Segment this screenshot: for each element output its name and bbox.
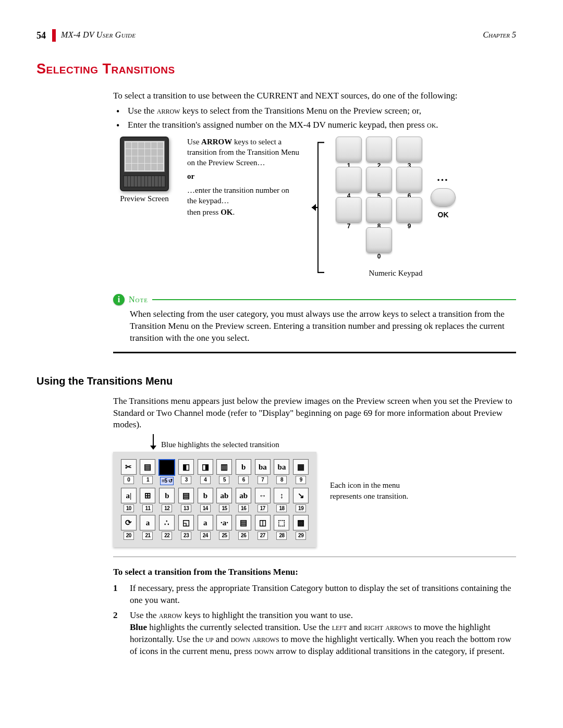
transition-icon: b <box>198 488 213 503</box>
transition-cell: ◱23 <box>178 515 194 540</box>
transition-number: 29 <box>296 532 306 540</box>
transition-icon: ◫ <box>255 515 271 530</box>
instruction-steps: 1 If necessary, press the appropriate Tr… <box>113 583 516 658</box>
transition-number: 6 <box>238 476 249 484</box>
transition-number: 3 <box>181 476 191 484</box>
transition-icon: ba <box>274 459 289 475</box>
transition-icon: ◨ <box>198 459 213 475</box>
transitions-menu-panel: ✂0▤1≡5 ↺◧3◨4▥5b6ba7ba8▦9a|10⊞11b12▤13b14… <box>113 452 316 547</box>
keypad-block: 1 2 3 4 5 6 7 8 9 0 … OK <box>336 137 456 278</box>
transition-icon <box>158 459 175 476</box>
page-number: 54 <box>36 29 52 42</box>
transition-number: 7 <box>258 476 268 484</box>
transition-icon: ▤ <box>140 459 155 475</box>
transition-icon: ▤ <box>236 515 251 530</box>
transition-number: 15 <box>219 504 229 513</box>
down-arrow-icon <box>150 434 157 450</box>
monitor-icon <box>120 137 169 191</box>
ok-key-label: OK <box>438 210 449 220</box>
transition-cell: ∴22 <box>158 515 175 540</box>
transition-cell: ▥5 <box>216 459 233 485</box>
transition-number: 12 <box>162 504 172 513</box>
doc-title: MX-4 DV User Guide <box>61 29 136 42</box>
transition-number: 22 <box>162 532 172 540</box>
header-red-bar <box>52 29 56 42</box>
key-9: 9 <box>396 197 422 223</box>
transition-number: 21 <box>142 532 153 540</box>
transition-icon: ◧ <box>178 459 194 475</box>
transition-cell: ab15 <box>216 488 233 513</box>
intro-bullets: Use the arrow keys to select from the Tr… <box>113 105 516 131</box>
transition-number: 14 <box>200 504 211 513</box>
transition-number: 25 <box>219 532 229 540</box>
key-0: 0 <box>366 227 392 253</box>
transition-icon: a| <box>121 488 137 503</box>
transition-number: 23 <box>181 532 191 540</box>
arrow-keys-text: arrow <box>157 106 180 116</box>
transition-cell: ▤13 <box>178 488 194 513</box>
transition-icon: ▩ <box>293 515 309 530</box>
transition-cell: ⊞11 <box>140 488 156 513</box>
transition-cell: a24 <box>197 515 214 540</box>
transition-cell: ▤26 <box>235 515 252 540</box>
transition-cell: ◫27 <box>254 515 271 540</box>
transition-cell: ▤1 <box>140 459 156 485</box>
transition-cell: a21 <box>140 515 156 540</box>
transition-cell: ba8 <box>274 459 290 485</box>
transition-icon: ⬚ <box>274 515 289 530</box>
transition-number: 4 <box>200 476 211 484</box>
key-8: 8 <box>366 197 392 223</box>
transition-number: 9 <box>296 476 306 484</box>
step-1: 1 If necessary, press the appropriate Tr… <box>113 583 516 607</box>
transition-number: 11 <box>142 504 153 513</box>
transition-cell: a|10 <box>120 488 137 513</box>
transition-cell: ↘19 <box>292 488 309 513</box>
step-2: 2 Use the arrow keys to highlight the tr… <box>113 610 516 658</box>
transition-cell: ◧3 <box>178 459 194 485</box>
intro-paragraph: To select a transition to use between th… <box>113 90 516 102</box>
transition-number: 20 <box>124 532 134 540</box>
preview-screen-illustration: Preview Screen <box>113 137 176 204</box>
document-page: 54 MX-4 DV User Guide Chapter 5 Selectin… <box>0 0 563 728</box>
transition-cell: ↕18 <box>274 488 290 513</box>
transition-icon: a <box>198 515 213 530</box>
subsection-heading: Using the Transitions Menu <box>36 374 516 388</box>
key-2: 2 <box>366 137 392 163</box>
transitions-grid: ✂0▤1≡5 ↺◧3◨4▥5b6ba7ba8▦9a|10⊞11b12▤13b14… <box>120 459 309 540</box>
instruction-title: To select a transition from the Transiti… <box>113 566 516 578</box>
transition-icon: ◱ <box>178 515 194 530</box>
transition-icon: ∴ <box>159 515 175 530</box>
page-header: 54 MX-4 DV User Guide Chapter 5 <box>36 29 516 42</box>
transition-number: 19 <box>296 504 306 513</box>
transition-icon: ▥ <box>216 459 232 475</box>
transition-number: 17 <box>258 504 268 513</box>
transition-number: 27 <box>258 532 268 540</box>
ellipsis-icon: … <box>437 169 450 185</box>
transition-icon: ⊞ <box>140 488 155 503</box>
keypad-caption: Numeric Keypad <box>369 268 423 278</box>
horizontal-rule <box>113 557 516 557</box>
bullet-2: Enter the transition's assigned number o… <box>113 119 516 131</box>
note-rule <box>152 299 516 300</box>
transition-icon: ab <box>216 488 232 503</box>
chapter-label: Chapter 5 <box>483 29 516 42</box>
transition-cell: ▦9 <box>292 459 309 485</box>
key-7: 7 <box>336 197 362 223</box>
transition-cell: ab16 <box>235 488 252 513</box>
transition-cell: ba7 <box>254 459 271 485</box>
figure-transitions-menu: ✂0▤1≡5 ↺◧3◨4▥5b6ba7ba8▦9a|10⊞11b12▤13b14… <box>113 449 516 547</box>
keypad-grid: 1 2 3 4 5 6 7 8 9 0 <box>336 137 422 253</box>
transition-icon: ⟳ <box>121 515 137 530</box>
transition-icon: ↔ <box>255 488 271 503</box>
note-body: When selecting from the user category, y… <box>130 309 516 344</box>
ok-key-icon <box>431 188 456 207</box>
bracket-arrow-icon <box>311 137 324 278</box>
bullet-1: Use the arrow keys to select from the Tr… <box>113 105 516 117</box>
ok-key-group: … OK <box>431 169 456 220</box>
transition-number: 5 <box>219 476 229 484</box>
transition-number: 10 <box>124 504 134 513</box>
note-label: Note <box>129 294 148 305</box>
transition-icon: ▤ <box>178 488 194 503</box>
transitions-menu-paragraph: The Transitions menu appears just below … <box>113 396 516 431</box>
transition-cell: ✂0 <box>120 459 137 485</box>
